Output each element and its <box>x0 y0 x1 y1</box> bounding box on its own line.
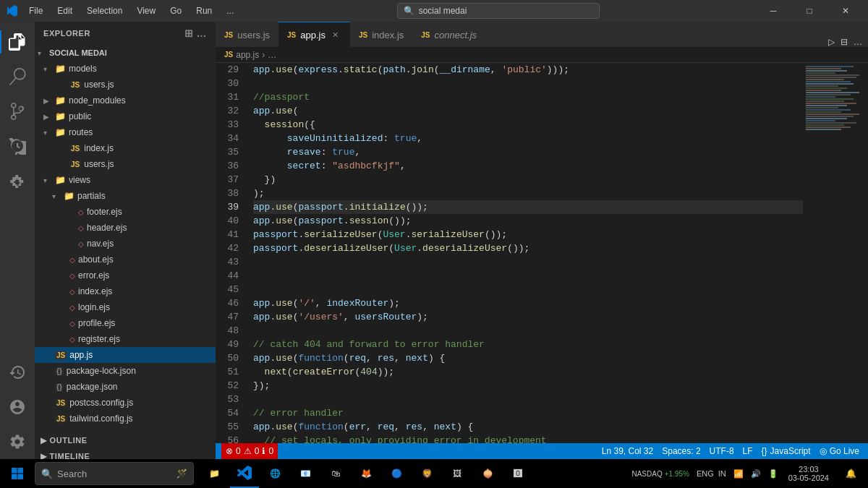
taskbar-chrome[interactable]: 🔵 <box>382 459 411 488</box>
menu-bar: File Edit Selection View Go Run ... <box>23 4 239 17</box>
menu-file[interactable]: File <box>23 4 48 17</box>
tree-file-login[interactable]: ◇ login.ejs <box>35 299 216 315</box>
taskbar-tor[interactable]: 🧅 <box>473 459 502 488</box>
tree-folder-routes[interactable]: ▾ 📁 routes <box>35 124 216 140</box>
tree-file-nav[interactable]: ◇ nav.ejs <box>35 236 216 252</box>
tree-root[interactable]: ▾ SOCIAL MEDAI <box>35 45 216 61</box>
breadcrumb-sep: › <box>262 50 265 60</box>
taskbar-lang[interactable]: ENG IN <box>694 459 729 488</box>
tab-users[interactable]: JS users.js <box>216 22 278 47</box>
nasdaq-change: +1.95% <box>665 470 689 478</box>
more-actions-icon[interactable]: … <box>854 37 862 47</box>
code-editor[interactable]: app.use(express.static(path.join(__dirna… <box>244 63 803 443</box>
menu-run[interactable]: Run <box>190 4 218 17</box>
menu-more[interactable]: ... <box>221 4 239 17</box>
tab-app[interactable]: JS app.js ✕ <box>278 22 350 47</box>
tab-connect[interactable]: JS connect.js <box>412 22 485 47</box>
tree-folder-node-modules[interactable]: ▶ 📁 node_modules <box>35 93 216 108</box>
code-line: resave: true, <box>253 145 803 159</box>
tree-folder-views[interactable]: ▾ 📁 views <box>35 172 216 188</box>
activity-settings[interactable] <box>0 424 35 459</box>
titlebar: File Edit Selection View Go Run ... 🔍 so… <box>0 0 868 22</box>
maximize-button[interactable]: □ <box>793 0 826 22</box>
title-search-box[interactable]: 🔍 social medai <box>397 3 600 19</box>
tree-file-about[interactable]: ◇ about.ejs <box>35 252 216 267</box>
tree-file-index-ejs[interactable]: ◇ index.ejs <box>35 283 216 299</box>
run-icon[interactable]: ▷ <box>828 37 835 47</box>
tree-folder-models[interactable]: ▾ 📁 models <box>35 61 216 77</box>
file-name: app.js <box>69 350 93 360</box>
arrow-icon: ▾ <box>43 65 55 73</box>
tree-file-models-users[interactable]: JS users.js <box>35 77 216 93</box>
taskbar-network-icon[interactable]: 📶 <box>731 459 746 488</box>
taskbar-start-icon[interactable] <box>3 459 32 488</box>
menu-view[interactable]: View <box>131 4 161 17</box>
taskbar-volume-icon[interactable]: 🔊 <box>748 459 764 488</box>
status-language[interactable]: {} JavaScript <box>759 446 814 456</box>
menu-edit[interactable]: Edit <box>51 4 78 17</box>
tree-folder-public[interactable]: ▶ 📁 public <box>35 108 216 124</box>
file-name: profile.ejs <box>78 318 115 328</box>
tree-folder-partials[interactable]: ▾ 📁 partials <box>35 188 216 204</box>
tree-file-error[interactable]: ◇ error.ejs <box>35 267 216 283</box>
tree-file-package-lock[interactable]: {} package-lock.json <box>35 363 216 379</box>
taskbar-battery-icon[interactable]: 🔋 <box>765 459 781 488</box>
tree-file-tailwind[interactable]: JS tailwind.config.js <box>35 411 216 427</box>
title-search-area: 🔍 social medai <box>245 3 751 19</box>
tree-file-footer[interactable]: ◇ footer.ejs <box>35 204 216 220</box>
tree-file-app[interactable]: JS app.js <box>35 347 216 363</box>
activity-source-control[interactable] <box>0 94 35 129</box>
tab-label: app.js <box>300 30 326 40</box>
tree-file-package[interactable]: {} package.json <box>35 379 216 395</box>
timeline-section[interactable]: ▶ TIMELINE <box>35 448 216 459</box>
tab-close-button[interactable]: ✕ <box>330 29 341 40</box>
tab-js-icon: JS <box>224 31 233 39</box>
taskbar-notification[interactable]: 🔔 <box>836 459 865 488</box>
tree-file-register[interactable]: ◇ register.ejs <box>35 331 216 347</box>
menu-selection[interactable]: Selection <box>81 4 128 17</box>
tree-file-routes-index[interactable]: JS index.js <box>35 140 216 156</box>
status-errors[interactable]: ⊗ 0 ⚠ 0 ℹ 0 <box>221 443 278 459</box>
taskbar-edge[interactable]: 🌐 <box>260 459 289 488</box>
tree-file-postcss[interactable]: JS postcss.config.js <box>35 395 216 411</box>
taskbar-firefox[interactable]: 🦊 <box>352 459 380 488</box>
taskbar-photos[interactable]: 🖼 <box>443 459 472 488</box>
taskbar-mail[interactable]: 📧 <box>291 459 320 488</box>
tab-index[interactable]: JS index.js <box>350 22 412 47</box>
status-encoding[interactable]: UTF-8 <box>707 446 737 456</box>
status-position[interactable]: Ln 39, Col 32 <box>599 446 656 456</box>
status-go-live[interactable]: ◎ Go Live <box>817 446 862 456</box>
taskbar-file-explorer[interactable]: 📁 <box>200 459 229 488</box>
minimize-button[interactable]: ─ <box>757 0 790 22</box>
status-spaces[interactable]: Spaces: 2 <box>659 446 703 456</box>
taskbar-copilot-icon: 🪄 <box>176 468 187 479</box>
taskbar-vscode[interactable] <box>230 459 259 488</box>
file-name: package.json <box>67 382 118 392</box>
activity-run-debug[interactable] <box>0 129 35 163</box>
activity-search[interactable] <box>0 59 35 94</box>
activity-explorer[interactable] <box>0 25 35 59</box>
menu-go[interactable]: Go <box>164 4 187 17</box>
taskbar-store[interactable]: 🛍 <box>321 459 350 488</box>
new-file-icon[interactable]: ⊞ <box>184 27 194 39</box>
activity-account[interactable] <box>0 390 35 424</box>
sidebar-header-icons: ⊞ … <box>184 27 207 39</box>
activity-remote[interactable] <box>0 355 35 390</box>
tree-file-routes-users[interactable]: JS users.js <box>35 156 216 172</box>
breadcrumb-file[interactable]: app.js <box>236 50 259 60</box>
taskbar-brave[interactable]: 🦁 <box>412 459 441 488</box>
activity-extensions[interactable] <box>0 163 35 198</box>
breadcrumb-location[interactable]: … <box>268 50 276 60</box>
taskbar-opera[interactable]: 🅾 <box>503 459 532 488</box>
new-folder-icon[interactable]: … <box>196 27 207 39</box>
taskbar-nasdaq[interactable]: NASDAQ +1.95% <box>629 459 692 488</box>
close-button[interactable]: ✕ <box>829 0 862 22</box>
tree-file-profile[interactable]: ◇ profile.ejs <box>35 315 216 331</box>
taskbar-clock[interactable]: 23:03 03-05-2024 <box>783 465 835 482</box>
outline-section[interactable]: ▶ OUTLINE <box>35 432 216 448</box>
tree-file-header[interactable]: ◇ header.ejs <box>35 220 216 236</box>
status-line-ending[interactable]: LF <box>740 446 756 456</box>
code-line: app.use(passport.session()); <box>253 214 803 228</box>
taskbar-search[interactable]: 🔍 Search 🪄 <box>35 462 194 485</box>
split-editor-icon[interactable]: ⊟ <box>841 37 848 47</box>
